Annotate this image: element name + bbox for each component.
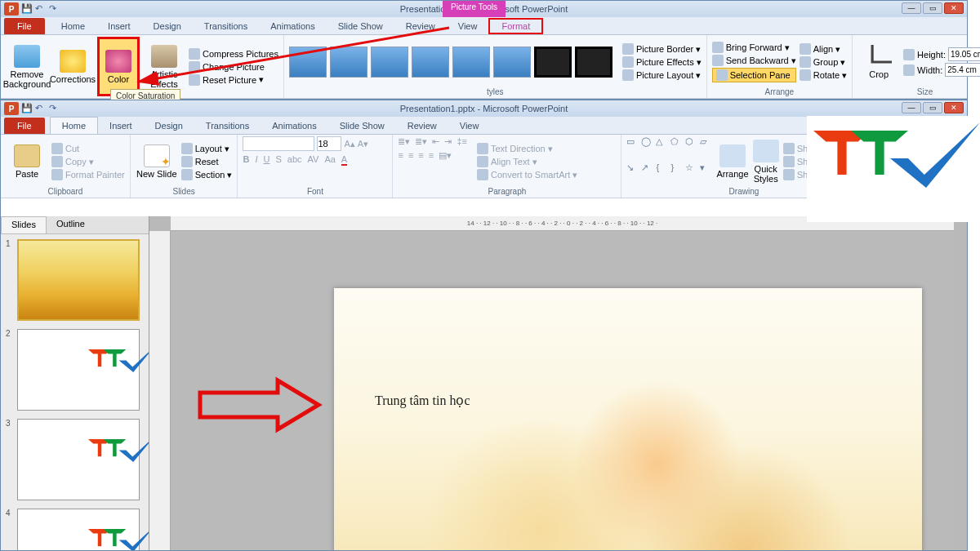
picture-border-button[interactable]: Picture Border ▾ — [622, 43, 702, 55]
tab-file-2[interactable]: File — [4, 118, 45, 134]
tab-file-1[interactable]: File — [4, 18, 45, 34]
align-text-button[interactable]: Align Text ▾ — [477, 156, 577, 167]
height-input[interactable] — [948, 47, 980, 61]
format-painter-button[interactable]: Format Painter — [51, 169, 125, 180]
outline-tab[interactable]: Outline — [47, 216, 95, 233]
numbering-button[interactable]: ≣▾ — [415, 136, 427, 147]
paste-button[interactable]: Paste — [6, 136, 48, 187]
change-case-button[interactable]: Aa — [324, 154, 335, 166]
tab-view-2[interactable]: View — [448, 118, 491, 134]
arrange-button[interactable]: Arrange — [716, 136, 748, 187]
quick-styles-button[interactable]: Quick Styles — [752, 136, 780, 187]
columns-button[interactable]: ▤▾ — [439, 150, 452, 161]
maximize-button[interactable]: ▭ — [923, 2, 942, 14]
redo-icon[interactable]: ↷ — [49, 3, 60, 15]
slide-thumb-2[interactable] — [17, 329, 140, 411]
remove-background-button[interactable]: Remove Background — [6, 37, 48, 96]
style-thumb[interactable] — [330, 47, 368, 78]
bullets-button[interactable]: ≣▾ — [398, 136, 410, 147]
tab-design-1[interactable]: Design — [142, 18, 193, 34]
reset-picture-button[interactable]: Reset Picture ▾ — [189, 74, 278, 86]
minimize-button[interactable]: — — [902, 2, 921, 14]
send-backward-button[interactable]: Send Backward ▾ — [712, 55, 796, 66]
minimize-button[interactable]: — — [902, 102, 921, 113]
line-spacing-button[interactable]: ‡≡ — [457, 136, 467, 147]
slide-thumb-1[interactable] — [17, 239, 140, 321]
tab-review-1[interactable]: Review — [394, 18, 447, 34]
artistic-effects-button[interactable]: Artistic Effects — [143, 37, 185, 96]
align-left-button[interactable]: ≡ — [398, 150, 403, 161]
close-button[interactable]: ✕ — [944, 2, 964, 14]
font-family-input[interactable] — [243, 136, 314, 151]
tab-animations-1[interactable]: Animations — [259, 18, 326, 34]
align-center-button[interactable]: ≡ — [408, 150, 413, 161]
underline-button[interactable]: U — [263, 154, 270, 166]
copy-button[interactable]: Copy ▾ — [51, 156, 125, 167]
new-slide-button[interactable]: ✦New Slide — [136, 136, 178, 187]
powerpoint-icon[interactable]: P — [4, 2, 19, 16]
convert-smartart-button[interactable]: Convert to SmartArt ▾ — [477, 169, 577, 180]
crop-button[interactable]: Crop — [858, 37, 900, 87]
tab-insert-1[interactable]: Insert — [96, 18, 142, 34]
rotate-button[interactable]: Rotate ▾ — [800, 69, 847, 81]
powerpoint-icon[interactable]: P — [4, 102, 19, 115]
width-input[interactable] — [945, 63, 980, 77]
align-button[interactable]: Align ▾ — [800, 43, 847, 55]
section-button[interactable]: Section ▾ — [181, 169, 233, 180]
tab-view-1[interactable]: View — [447, 18, 489, 34]
text-direction-button[interactable]: Text Direction ▾ — [477, 143, 577, 154]
save-icon[interactable]: 💾 — [21, 103, 33, 114]
tab-format[interactable]: Format — [488, 18, 543, 34]
reset-button[interactable]: Reset — [181, 156, 233, 167]
tab-home-1[interactable]: Home — [50, 18, 96, 34]
decrease-indent-button[interactable]: ⇤ — [432, 136, 439, 147]
justify-button[interactable]: ≡ — [429, 150, 434, 161]
font-size-input[interactable] — [317, 136, 341, 151]
style-thumb[interactable] — [289, 47, 327, 78]
slide-title-text[interactable]: Trung tâm tin học — [375, 393, 470, 408]
style-thumb[interactable] — [371, 47, 408, 78]
redo-icon[interactable]: ↷ — [49, 103, 60, 114]
tab-home-2[interactable]: Home — [50, 117, 98, 134]
color-button[interactable]: Color — [97, 37, 140, 96]
change-picture-button[interactable]: Change Picture — [189, 61, 278, 73]
close-button[interactable]: ✕ — [944, 102, 964, 113]
tab-design-2[interactable]: Design — [144, 118, 194, 134]
char-spacing-button[interactable]: AV — [308, 154, 319, 166]
shapes-gallery[interactable]: ▭◯△⬠⬡▱ ↘↗{}☆▾ — [626, 136, 713, 187]
style-thumb[interactable] — [534, 47, 572, 78]
shadow-button[interactable]: abc — [287, 154, 302, 166]
slide-thumb-4[interactable] — [17, 509, 140, 550]
compress-pictures-button[interactable]: Compress Pictures — [189, 48, 278, 60]
style-thumb[interactable] — [452, 47, 490, 78]
maximize-button[interactable]: ▭ — [923, 102, 942, 113]
font-color-button[interactable]: A — [341, 154, 347, 166]
group-button[interactable]: Group ▾ — [800, 56, 847, 68]
current-slide[interactable]: Trung tâm tin học — [334, 288, 922, 550]
picture-styles-gallery[interactable] — [289, 37, 612, 87]
tab-insert-2[interactable]: Insert — [98, 118, 144, 134]
slides-tab[interactable]: Slides — [1, 216, 47, 233]
picture-layout-button[interactable]: Picture Layout ▾ — [622, 69, 702, 81]
style-thumb[interactable] — [493, 47, 531, 78]
selection-pane-button[interactable]: Selection Pane — [712, 68, 796, 82]
align-right-button[interactable]: ≡ — [418, 150, 423, 161]
tab-animations-2[interactable]: Animations — [261, 118, 327, 134]
layout-button[interactable]: Layout ▾ — [181, 143, 233, 154]
tab-transitions-1[interactable]: Transitions — [193, 18, 259, 34]
style-thumb[interactable] — [575, 47, 612, 78]
bring-forward-button[interactable]: Bring Forward ▾ — [712, 42, 796, 53]
style-thumb[interactable] — [412, 47, 449, 78]
cut-button[interactable]: Cut — [51, 143, 125, 154]
italic-button[interactable]: I — [255, 154, 257, 166]
picture-effects-button[interactable]: Picture Effects ▾ — [622, 56, 702, 68]
tab-review-2[interactable]: Review — [396, 118, 448, 134]
slide-thumb-3[interactable] — [17, 419, 140, 500]
increase-indent-button[interactable]: ⇥ — [444, 136, 452, 147]
grow-font-icon[interactable]: A▴ — [344, 139, 354, 149]
tab-slideshow-2[interactable]: Slide Show — [328, 118, 396, 134]
strikethrough-button[interactable]: S — [275, 154, 281, 166]
undo-icon[interactable]: ↶ — [35, 103, 47, 114]
save-icon[interactable]: 💾 — [21, 3, 33, 15]
slide-stage[interactable]: Trung tâm tin học — [171, 231, 954, 550]
